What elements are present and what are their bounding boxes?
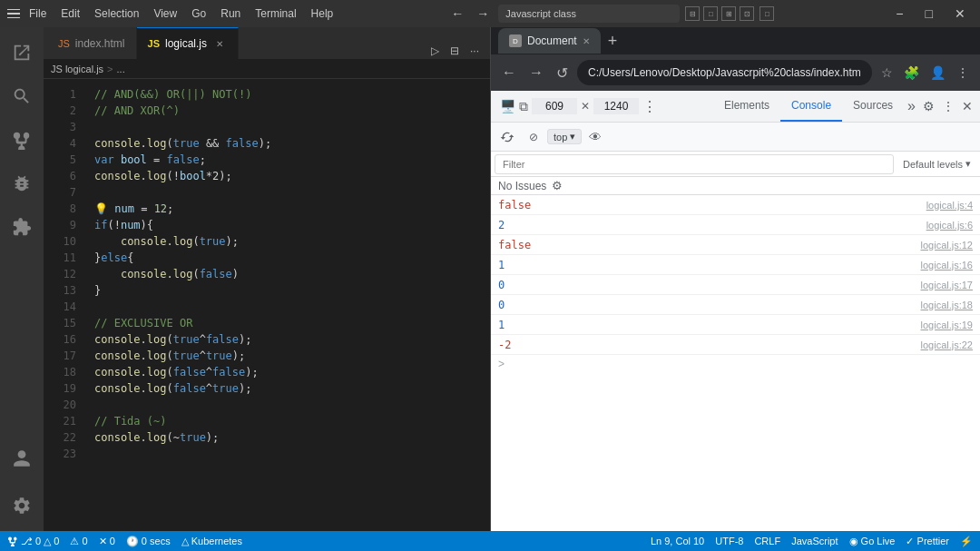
- browser-back-button[interactable]: ←: [498, 61, 520, 84]
- activity-search[interactable]: [0, 74, 44, 118]
- activity-account[interactable]: [0, 437, 44, 480]
- devtools-settings-button[interactable]: ⚙: [919, 95, 938, 117]
- position-status[interactable]: Ln 9, Col 10: [651, 536, 704, 546]
- prettier-status[interactable]: ✓ Prettier: [906, 536, 949, 547]
- activity-explorer[interactable]: [0, 31, 44, 74]
- language-status[interactable]: JavaScript: [791, 536, 838, 546]
- maximize-button[interactable]: □: [918, 0, 940, 27]
- breadcrumb-item-file[interactable]: JS logical.js: [51, 64, 103, 74]
- nav-back-button[interactable]: ←: [447, 5, 467, 23]
- devtools-tab-console[interactable]: Console: [780, 92, 842, 122]
- console-link[interactable]: logical.js:12: [921, 240, 973, 251]
- status-bar: ⎇ 0 △ 0 ⚠ 0 ✕ 0 🕐 0 secs △ Kubernetes Ln…: [0, 531, 980, 551]
- menu-edit[interactable]: Edit: [61, 7, 80, 20]
- terminal-status[interactable]: ⚡: [960, 536, 973, 547]
- time-status[interactable]: 🕐 0 secs: [126, 536, 171, 547]
- console-link[interactable]: logical.js:17: [921, 280, 973, 290]
- menu-help[interactable]: Help: [311, 7, 334, 20]
- console-link[interactable]: logical.js:4: [926, 200, 973, 211]
- minimize-button[interactable]: −: [888, 0, 910, 27]
- browser-forward-button[interactable]: →: [525, 61, 547, 84]
- layout-icon-3[interactable]: ⊞: [721, 6, 736, 21]
- address-bar-input[interactable]: [577, 60, 872, 85]
- code-line-7: [94, 184, 483, 201]
- devtools-tab-sources[interactable]: Sources: [842, 92, 904, 122]
- devtools-close-button[interactable]: ✕: [958, 95, 976, 117]
- encoding-status[interactable]: UTF-8: [715, 536, 743, 546]
- line-ending-text: CRLF: [754, 536, 780, 546]
- code-line-18: console.log(false^false);: [94, 364, 483, 380]
- breadcrumb-item-symbol[interactable]: ...: [117, 64, 125, 74]
- tab-index-html[interactable]: JS index.html: [47, 27, 137, 59]
- errors-status[interactable]: ✕ 0: [99, 536, 115, 547]
- menu-view[interactable]: View: [153, 7, 177, 20]
- code-line-20: [94, 397, 483, 413]
- browser-refresh-button[interactable]: ↺: [553, 61, 572, 85]
- console-link[interactable]: logical.js:16: [921, 260, 973, 271]
- devtools-expand-button[interactable]: »: [904, 94, 919, 118]
- issues-settings-button[interactable]: ⚙: [552, 179, 563, 192]
- layout-icon-5[interactable]: □: [760, 6, 774, 21]
- filter-input[interactable]: [495, 154, 894, 174]
- no-entry-button[interactable]: ⊘: [524, 127, 544, 147]
- height-input[interactable]: [593, 98, 639, 114]
- go-live-status[interactable]: ◉ Go Live: [849, 536, 896, 547]
- close-button[interactable]: ✕: [947, 0, 973, 27]
- dims-separator: ✕: [581, 100, 590, 113]
- menu-run[interactable]: Run: [220, 7, 240, 20]
- run-button[interactable]: ▷: [427, 43, 443, 59]
- git-branch-status[interactable]: ⎇ 0 △ 0: [7, 536, 59, 547]
- eye-button[interactable]: 👁: [585, 126, 605, 148]
- line-ending-status[interactable]: CRLF: [754, 536, 780, 546]
- browser-tab-document[interactable]: D Document ✕: [498, 28, 601, 54]
- nav-forward-button[interactable]: →: [473, 5, 493, 23]
- tabs-bar: JS index.html JS logical.js ✕ ▷ ⊟ ···: [44, 27, 490, 59]
- context-selector[interactable]: top ▾: [547, 129, 582, 144]
- profile-icon[interactable]: 👤: [926, 62, 949, 84]
- console-link[interactable]: logical.js:18: [921, 300, 973, 310]
- menu-selection[interactable]: Selection: [94, 7, 139, 20]
- console-link[interactable]: logical.js:19: [921, 320, 973, 330]
- devtools-more-button[interactable]: ⋮: [938, 95, 958, 117]
- tab-logical-js[interactable]: JS logical.js ✕: [137, 27, 240, 59]
- console-row: 2logical.js:6: [491, 215, 980, 235]
- breadcrumb-sep: >: [107, 64, 113, 74]
- browser-more-button[interactable]: ⋮: [953, 62, 973, 84]
- activity-settings[interactable]: [0, 484, 44, 527]
- activity-source-control[interactable]: [0, 118, 44, 162]
- menu-go[interactable]: Go: [191, 7, 206, 20]
- new-tab-button[interactable]: +: [604, 32, 622, 51]
- clear-console-button[interactable]: [495, 126, 520, 148]
- dims-more-button[interactable]: ⋮: [642, 98, 657, 115]
- browser-tab-close[interactable]: ✕: [583, 36, 590, 46]
- layout-icon-2[interactable]: □: [703, 6, 718, 21]
- activity-debug[interactable]: [0, 162, 44, 205]
- code-line-10: console.log(true);: [94, 233, 483, 250]
- code-line-23: [94, 446, 483, 462]
- width-input[interactable]: [532, 98, 577, 114]
- layout-icon-1[interactable]: ⊟: [685, 6, 700, 21]
- bookmark-button[interactable]: ☆: [877, 62, 897, 84]
- default-levels-dropdown[interactable]: Default levels ▾: [897, 158, 976, 170]
- devtools-tab-elements[interactable]: Elements: [713, 92, 780, 122]
- warnings-status[interactable]: ⚠ 0: [70, 536, 87, 547]
- console-link[interactable]: logical.js:6: [926, 220, 973, 231]
- toggle-device-icon[interactable]: ⧉: [519, 99, 528, 114]
- code-line-11: }else{: [94, 250, 483, 266]
- device-toolbar-icon[interactable]: 🖥️: [500, 99, 515, 113]
- console-value: false: [498, 239, 531, 251]
- more-actions-button[interactable]: ···: [466, 43, 483, 59]
- menu-file[interactable]: File: [29, 7, 46, 20]
- code-editor[interactable]: // AND(&&) OR(||) NOT(!)// AND XOR(^)con…: [87, 79, 490, 531]
- command-search-input[interactable]: [498, 5, 680, 23]
- extension-icon[interactable]: 🧩: [900, 62, 923, 84]
- split-editor-button[interactable]: ⊟: [446, 43, 463, 59]
- console-link[interactable]: logical.js:22: [921, 339, 973, 350]
- time-text: 🕐 0 secs: [126, 536, 171, 547]
- layout-icon-4[interactable]: ⊡: [740, 6, 754, 21]
- tab-close-logical[interactable]: ✕: [212, 36, 227, 51]
- menu-terminal[interactable]: Terminal: [255, 7, 296, 20]
- app-menu-icon[interactable]: [7, 6, 22, 21]
- activity-extensions[interactable]: [0, 205, 44, 249]
- kubernetes-status[interactable]: △ Kubernetes: [181, 536, 242, 547]
